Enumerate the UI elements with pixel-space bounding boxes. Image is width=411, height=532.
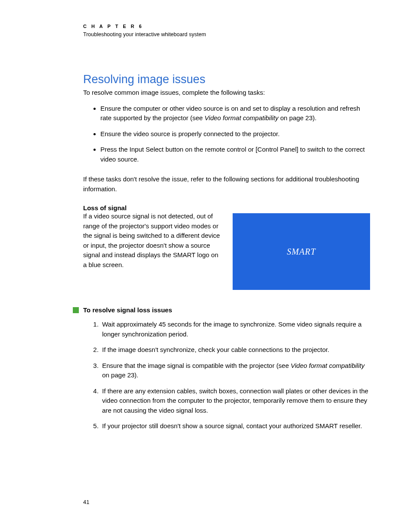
loss-of-signal-block: If a video source signal is not detected… bbox=[83, 212, 370, 290]
list-item: Press the Input Select button on the rem… bbox=[100, 145, 370, 164]
chapter-subtitle: Troubleshooting your interactive whitebo… bbox=[83, 31, 370, 37]
steps-list: Wait approximately 45 seconds for the im… bbox=[83, 320, 370, 431]
list-item: Ensure the video source is properly conn… bbox=[100, 129, 370, 139]
procedure-heading-row: To resolve signal loss issues bbox=[83, 306, 370, 314]
task-list: Ensure the computer or other video sourc… bbox=[83, 104, 370, 165]
cross-reference: Video format compatibility bbox=[291, 362, 364, 369]
step-text: on page 23). bbox=[102, 371, 138, 379]
loss-of-signal-heading: Loss of signal bbox=[83, 204, 370, 212]
procedure-title: To resolve signal loss issues bbox=[83, 306, 172, 314]
task-text: Press the Input Select button on the rem… bbox=[100, 146, 365, 163]
step-text: If your projector still doesn't show a s… bbox=[102, 422, 362, 429]
step-text: Ensure that the image signal is compatib… bbox=[102, 362, 291, 369]
list-item: If there are any extension cables, switc… bbox=[100, 386, 370, 416]
list-item: If your projector still doesn't show a s… bbox=[100, 421, 370, 431]
cross-reference: Video format compatibility bbox=[205, 114, 278, 121]
step-text: If there are any extension cables, switc… bbox=[102, 387, 368, 414]
intro-text: To resolve common image issues, complete… bbox=[83, 88, 370, 98]
smart-logo: SMART bbox=[287, 247, 316, 257]
blue-screen-graphic: SMART bbox=[233, 213, 370, 290]
list-item: Ensure that the image signal is compatib… bbox=[100, 361, 370, 380]
bullet-square-icon bbox=[73, 307, 79, 313]
page: C H A P T E R 6 Troubleshooting your int… bbox=[0, 0, 411, 532]
chapter-label: C H A P T E R 6 bbox=[83, 24, 370, 29]
list-item: Wait approximately 45 seconds for the im… bbox=[100, 320, 370, 339]
section-title: Resolving image issues bbox=[83, 73, 370, 86]
page-number: 41 bbox=[83, 499, 89, 505]
list-item: If the image doesn't synchronize, check … bbox=[100, 345, 370, 355]
step-text: Wait approximately 45 seconds for the im… bbox=[102, 320, 361, 338]
list-item: Ensure the computer or other video sourc… bbox=[100, 104, 370, 123]
followup-text: If these tasks don't resolve the issue, … bbox=[83, 174, 370, 194]
task-text: Ensure the video source is properly conn… bbox=[100, 130, 280, 137]
step-text: If the image doesn't synchronize, check … bbox=[102, 346, 329, 353]
loss-of-signal-text: If a video source signal is not detected… bbox=[83, 212, 223, 270]
task-text: on page 23). bbox=[278, 114, 316, 121]
